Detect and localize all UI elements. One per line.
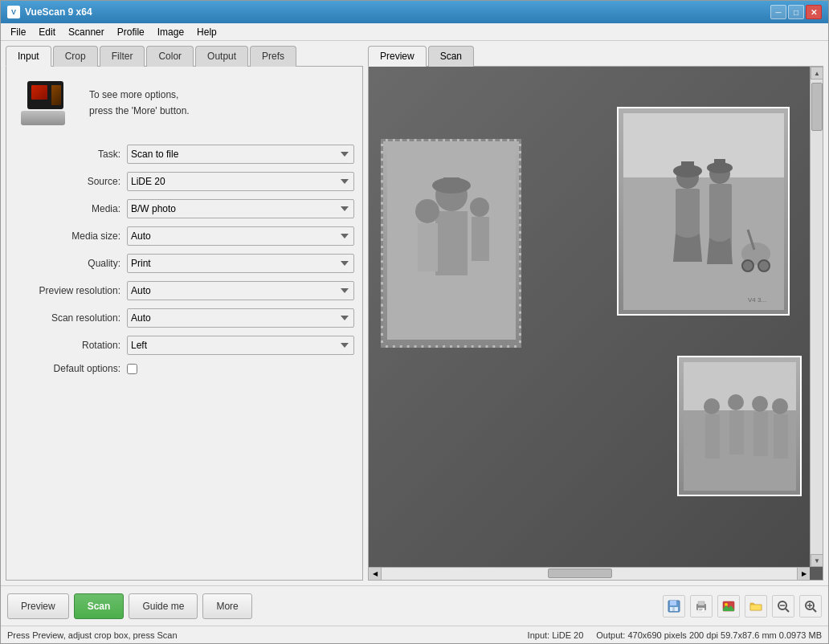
- preview-area[interactable]: V4 3...: [368, 66, 823, 581]
- tab-prefs[interactable]: Prefs: [250, 46, 296, 67]
- scroll-thumb-vertical[interactable]: [811, 83, 823, 131]
- rotation-label: Rotation:: [14, 340, 127, 351]
- minimize-button[interactable]: ─: [770, 5, 786, 19]
- scroll-left-button[interactable]: ◀: [369, 568, 382, 581]
- media-row: Media: B/W photo Color photo Color negat…: [14, 199, 354, 218]
- scroll-up-button[interactable]: ▲: [811, 67, 823, 79]
- left-tab-bar: Input Crop Filter Color Output Prefs: [6, 46, 363, 67]
- preview-res-row: Preview resolution: Auto 75 150 300: [14, 281, 354, 300]
- default-options-checkbox[interactable]: [127, 364, 137, 374]
- maximize-button[interactable]: □: [788, 5, 804, 19]
- menu-image[interactable]: Image: [151, 25, 190, 39]
- media-size-select[interactable]: Auto Letter A4: [127, 226, 354, 246]
- task-select[interactable]: Scan to file Scan to printer Scan to ema…: [127, 145, 354, 164]
- scroll-down-button[interactable]: ▼: [811, 554, 823, 567]
- right-photo-2-content: [679, 357, 800, 495]
- svg-point-30: [728, 394, 744, 410]
- tab-filter[interactable]: Filter: [100, 46, 145, 67]
- image-icon: [722, 600, 735, 613]
- status-bar: Press Preview, adjust crop box, press Sc…: [1, 626, 828, 643]
- main-photo-content: [383, 141, 519, 345]
- tab-crop[interactable]: Crop: [53, 46, 98, 67]
- svg-text:V4 3...: V4 3...: [748, 296, 766, 304]
- tab-color[interactable]: Color: [146, 46, 194, 67]
- scan-res-row: Scan resolution: Auto 150 200 300 600: [14, 308, 354, 328]
- horizontal-scrollbar[interactable]: ◀ ▶: [369, 567, 810, 580]
- tab-output[interactable]: Output: [195, 46, 248, 67]
- zoom-out-button[interactable]: [772, 595, 794, 618]
- folder-icon: [749, 600, 762, 613]
- svg-rect-11: [623, 113, 784, 177]
- task-row: Task: Scan to file Scan to printer Scan …: [14, 145, 354, 164]
- scanner-logo: [21, 81, 81, 125]
- source-row: Source: LiDE 20 Flatbed: [14, 172, 354, 191]
- window-title: VueScan 9 x64: [25, 6, 770, 18]
- svg-point-3: [415, 199, 439, 223]
- scan-res-select[interactable]: Auto 150 200 300 600: [127, 308, 354, 328]
- scroll-right-button[interactable]: ▶: [797, 568, 810, 581]
- more-button[interactable]: More: [202, 593, 251, 619]
- default-options-row: Default options:: [14, 363, 354, 374]
- quality-select[interactable]: Print Archive Screen: [127, 254, 354, 273]
- bottom-toolbar: Preview Scan Guide me More: [1, 585, 828, 626]
- svg-rect-41: [698, 601, 704, 605]
- close-button[interactable]: ✕: [806, 5, 822, 19]
- save-icon-button[interactable]: [663, 595, 685, 618]
- main-photo: [381, 139, 521, 348]
- svg-point-22: [758, 260, 770, 271]
- svg-line-48: [786, 609, 789, 612]
- scroll-thumb-horizontal[interactable]: [548, 569, 612, 578]
- svg-rect-31: [729, 410, 744, 454]
- svg-point-28: [704, 398, 720, 414]
- svg-rect-2: [435, 211, 468, 275]
- menu-edit[interactable]: Edit: [32, 25, 62, 39]
- svg-rect-39: [672, 607, 675, 611]
- menu-scanner[interactable]: Scanner: [62, 25, 111, 39]
- tab-preview[interactable]: Preview: [368, 46, 427, 67]
- album-background: V4 3...: [369, 67, 810, 567]
- menu-help[interactable]: Help: [190, 25, 223, 39]
- scan-res-label: Scan resolution:: [14, 312, 127, 324]
- tab-input[interactable]: Input: [6, 46, 51, 67]
- right-photo-1-content: V4 3...: [619, 108, 788, 314]
- preview-canvas: V4 3...: [369, 67, 810, 567]
- info-box: To see more options,press the 'More' but…: [14, 75, 354, 132]
- guide-me-button[interactable]: Guide me: [129, 593, 198, 619]
- scan-button[interactable]: Scan: [74, 593, 125, 619]
- preview-tab-bar: Preview Scan: [368, 46, 823, 67]
- svg-point-21: [742, 260, 753, 271]
- image-icon-button[interactable]: [717, 595, 740, 618]
- default-options-label: Default options:: [14, 363, 127, 374]
- scanner-body-icon: [21, 111, 65, 125]
- menu-file[interactable]: File: [4, 25, 32, 39]
- right-photo-1-svg: V4 3...: [623, 113, 784, 310]
- media-size-label: Media size:: [14, 230, 127, 242]
- right-photo-2-svg: [684, 362, 796, 491]
- quality-label: Quality:: [14, 258, 127, 269]
- print-icon: [695, 600, 708, 613]
- svg-line-51: [813, 609, 816, 612]
- rotation-select[interactable]: Left Right None 180: [127, 336, 354, 355]
- preview-button[interactable]: Preview: [7, 593, 69, 619]
- svg-rect-33: [753, 412, 768, 456]
- media-select[interactable]: B/W photo Color photo Color negative B/W…: [127, 199, 354, 218]
- vertical-scrollbar[interactable]: ▲ ▼: [810, 67, 823, 567]
- svg-rect-35: [774, 414, 788, 459]
- status-left: Press Preview, adjust crop box, press Sc…: [7, 630, 515, 640]
- zoom-in-button[interactable]: [799, 595, 822, 618]
- zoom-in-icon: [804, 600, 817, 613]
- zoom-out-icon: [777, 600, 790, 613]
- main-photo-svg: [387, 147, 516, 340]
- print-icon-button[interactable]: [690, 595, 713, 618]
- quality-row: Quality: Print Archive Screen: [14, 254, 354, 273]
- tab-scan-view[interactable]: Scan: [428, 46, 474, 67]
- main-window: V VueScan 9 x64 ─ □ ✕ File Edit Scanner …: [0, 0, 829, 644]
- preview-res-select[interactable]: Auto 75 150 300: [127, 281, 354, 300]
- svg-rect-8: [443, 177, 459, 190]
- folder-icon-button[interactable]: [745, 595, 767, 618]
- preview-res-label: Preview resolution:: [14, 285, 127, 296]
- main-content: Input Crop Filter Color Output Prefs To …: [1, 41, 828, 585]
- svg-point-5: [470, 198, 489, 217]
- menu-profile[interactable]: Profile: [111, 25, 151, 39]
- source-select[interactable]: LiDE 20 Flatbed: [127, 172, 354, 191]
